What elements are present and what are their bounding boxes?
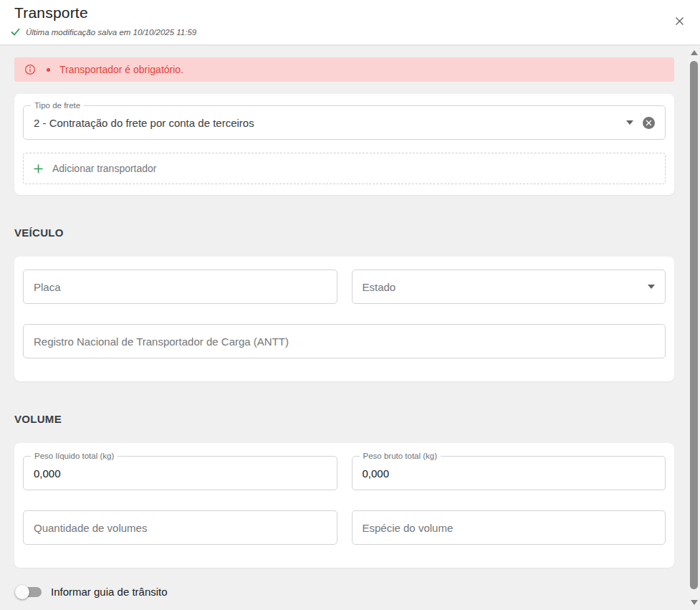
state-select[interactable]: Estado bbox=[352, 270, 666, 304]
gross-weight-field: Peso bruto total (kg) bbox=[352, 456, 666, 490]
freight-type-value: 2 - Contratação do frete por conta de te… bbox=[34, 117, 620, 129]
plate-input[interactable] bbox=[34, 270, 327, 303]
toggle-thumb bbox=[15, 585, 29, 599]
section-heading-vehicle: VEÍCULO bbox=[14, 227, 674, 239]
antt-field bbox=[23, 324, 666, 358]
transport-dialog: Transporte Última modificação salva em 1… bbox=[0, 0, 700, 610]
antt-input[interactable] bbox=[34, 325, 655, 358]
info-icon bbox=[24, 64, 36, 75]
net-weight-field: Peso líquido total (kg) bbox=[23, 456, 337, 490]
chevron-down-icon bbox=[626, 120, 633, 125]
volume-type-field bbox=[352, 510, 666, 545]
add-carrier-label: Adicionar transportador bbox=[52, 163, 157, 174]
scroll-down-icon bbox=[691, 600, 698, 605]
check-icon bbox=[10, 27, 21, 37]
close-icon bbox=[675, 16, 684, 26]
toggle-switch[interactable] bbox=[17, 587, 42, 597]
state-placeholder: Estado bbox=[363, 281, 643, 293]
volume-quantity-input[interactable] bbox=[34, 511, 327, 544]
scrollbar[interactable] bbox=[688, 44, 700, 610]
scroll-up-button[interactable] bbox=[688, 47, 700, 59]
page-title: Transporte bbox=[14, 4, 88, 22]
plus-icon bbox=[34, 164, 43, 173]
volume-card: Peso líquido total (kg) Peso bruto total… bbox=[14, 443, 674, 568]
clear-icon bbox=[646, 120, 652, 126]
add-carrier-button[interactable]: Adicionar transportador bbox=[23, 153, 666, 184]
plate-field bbox=[23, 270, 337, 304]
net-weight-label: Peso líquido total (kg) bbox=[31, 451, 118, 462]
clear-button[interactable] bbox=[643, 117, 655, 129]
volume-quantity-field bbox=[23, 510, 337, 545]
scroll-up-icon bbox=[691, 50, 698, 55]
vehicle-card: Estado bbox=[14, 257, 674, 381]
content-area: Transportador é obrigatório. Tipo de fre… bbox=[0, 44, 700, 610]
save-status: Última modificação salva em 10/10/2025 1… bbox=[10, 27, 196, 37]
dialog-header: Transporte Última modificação salva em 1… bbox=[0, 0, 700, 44]
freight-type-label: Tipo de frete bbox=[31, 100, 84, 111]
bullet-dot bbox=[47, 68, 50, 72]
error-alert: Transportador é obrigatório. bbox=[14, 57, 674, 82]
save-status-text: Última modificação salva em 10/10/2025 1… bbox=[26, 28, 196, 37]
volume-type-input[interactable] bbox=[363, 511, 656, 544]
transit-guide-label: Informar guia de trânsito bbox=[51, 586, 168, 598]
scrollbar-thumb[interactable] bbox=[690, 61, 698, 589]
freight-card: Tipo de frete 2 - Contratação do frete p… bbox=[14, 94, 674, 195]
section-heading-volume: VOLUME bbox=[14, 413, 674, 425]
chevron-down-icon bbox=[648, 285, 655, 289]
freight-type-select[interactable]: Tipo de frete 2 - Contratação do frete p… bbox=[23, 105, 666, 140]
error-message: Transportador é obrigatório. bbox=[59, 64, 183, 75]
scroll-down-button[interactable] bbox=[688, 596, 700, 609]
gross-weight-label: Peso bruto total (kg) bbox=[360, 451, 441, 462]
close-button[interactable] bbox=[673, 14, 686, 27]
transit-guide-toggle[interactable]: Informar guia de trânsito bbox=[14, 586, 674, 598]
